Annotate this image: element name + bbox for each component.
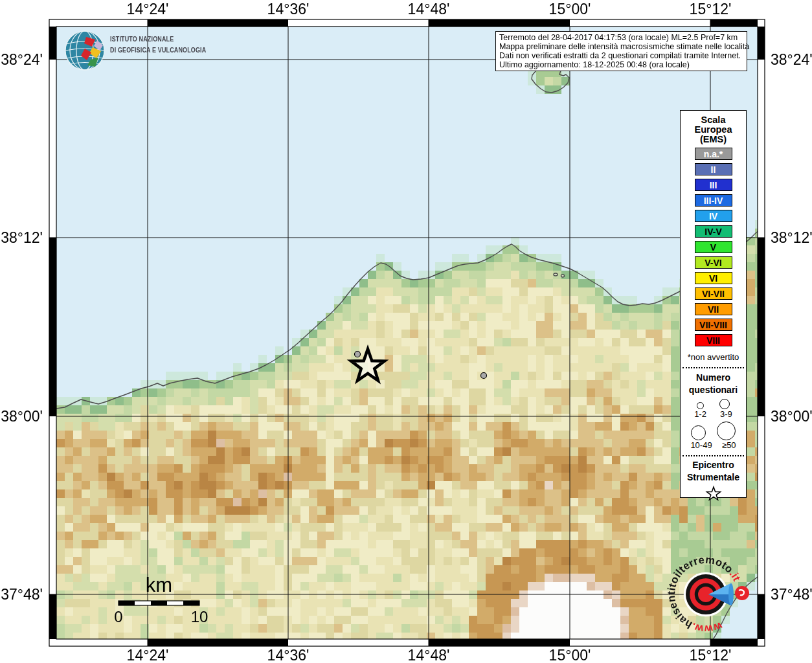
info-line-data-source: Dati non verificati estratti da 2 questi… bbox=[499, 51, 743, 60]
lon-label-bottom-1: 14°36' bbox=[267, 647, 310, 663]
questionnaire-size-label: 3-9 bbox=[720, 409, 732, 419]
legend-swatch-VI: VI bbox=[695, 272, 732, 284]
lon-label-top-0: 14°24' bbox=[127, 1, 169, 18]
lat-label-left-1: 38°12' bbox=[1, 229, 43, 247]
legend-title-line2: Europea bbox=[681, 125, 746, 135]
questionnaire-circles-row2 bbox=[681, 421, 746, 440]
legend-separator-1 bbox=[682, 367, 744, 368]
legend-title-line1: Scala bbox=[681, 115, 746, 125]
questionnaire-circle-3-9 bbox=[719, 399, 730, 409]
legend-swatch-II: II bbox=[695, 163, 732, 175]
legend-swatch-VIII: VIII bbox=[695, 334, 732, 346]
legend-swatch-III-IV: III-IV bbox=[695, 194, 732, 207]
info-line-update: Ultimo aggiornamento: 18-12-2025 00:48 (… bbox=[499, 60, 743, 69]
questionnaire-circle-≥50 bbox=[717, 421, 736, 440]
questionnaire-circle-1-2 bbox=[697, 402, 704, 409]
lat-label-right-3: 37°48' bbox=[771, 586, 812, 603]
legend-swatch-III: III bbox=[695, 179, 732, 191]
ems-scale-legend: Scala Europea (EMS) n.a.*IIIIIIII-IVIVIV… bbox=[680, 110, 747, 498]
seismic-intensity-map-page: www.haisentitoilterremoto.it 14°24'14°24… bbox=[0, 0, 812, 663]
info-line-map-desc: Mappa preliminare delle intensità macros… bbox=[499, 42, 743, 51]
earthquake-info-box: Terremoto del 28-04-2017 04:17:53 (ora l… bbox=[495, 31, 747, 71]
questionnaire-labels-row2: 10-49≥50 bbox=[681, 440, 746, 450]
legend-footnote: *non avvertito bbox=[681, 352, 746, 362]
legend-swatch-VII: VII bbox=[695, 303, 732, 315]
questionnaire-title-line1: Numero bbox=[681, 372, 746, 384]
scalebar-end: 10 bbox=[191, 608, 209, 626]
lat-label-left-3: 37°48' bbox=[1, 586, 43, 603]
legend-swatch-V-VI: V-VI bbox=[695, 256, 732, 269]
legend-swatch-VII-VIII: VII-VIII bbox=[695, 319, 732, 331]
questionnaire-title-line2: questionari bbox=[681, 384, 746, 396]
info-line-event: Terremoto del 28-04-2017 04:17:53 (ora l… bbox=[499, 33, 743, 42]
questionnaire-circle-10-49 bbox=[691, 425, 706, 440]
questionnaire-labels-row1: 1-23-9 bbox=[681, 409, 746, 419]
lon-label-bottom-3: 15°00' bbox=[549, 647, 591, 663]
legend-swatch-IV: IV bbox=[695, 210, 732, 222]
lat-label-left-2: 38°00' bbox=[1, 408, 43, 425]
questionnaire-locality-dot bbox=[355, 352, 361, 357]
lon-label-bottom-2: 14°48' bbox=[408, 647, 450, 663]
legend-swatch-V: V bbox=[695, 241, 732, 253]
questionnaire-circles-row1 bbox=[681, 399, 746, 409]
epicenter-star-icon bbox=[705, 484, 723, 502]
scale-bar bbox=[118, 601, 199, 605]
scalebar-unit: km bbox=[146, 574, 172, 597]
lon-label-bottom-0: 14°24' bbox=[127, 647, 169, 663]
lon-label-top-3: 15°00' bbox=[549, 1, 591, 18]
lat-label-right-0: 38°24' bbox=[771, 51, 812, 69]
ingv-title-line2: DI GEOFISICA E VULCANOLOGIA bbox=[110, 46, 206, 54]
legend-swatch-n.a.*: n.a.* bbox=[695, 148, 732, 160]
ingv-globe-logo bbox=[65, 30, 105, 71]
map-frame bbox=[49, 19, 765, 646]
lat-label-left-0: 38°24' bbox=[1, 51, 43, 69]
questionnaire-size-label: 10-49 bbox=[690, 440, 712, 450]
scalebar-start: 0 bbox=[114, 608, 122, 626]
grid-lines bbox=[56, 27, 758, 639]
legend-title-line3: (EMS) bbox=[681, 135, 746, 144]
epicenter-title-line2: Strumentale bbox=[681, 471, 746, 484]
legend-swatch-VI-VII: VI-VII bbox=[695, 287, 732, 300]
epicenter-title-line1: Epicentro bbox=[681, 459, 746, 471]
lat-label-right-1: 38°12' bbox=[771, 229, 812, 247]
legend-swatch-list: n.a.*IIIIIIII-IVIVIV-VVV-VIVIVI-VIIVIIVI… bbox=[681, 148, 746, 346]
lon-label-bottom-4: 15°12' bbox=[690, 647, 732, 663]
questionnaire-size-label: ≥50 bbox=[722, 440, 736, 450]
lon-label-top-1: 14°36' bbox=[267, 1, 310, 18]
questionnaire-size-label: 1-2 bbox=[694, 409, 706, 419]
ingv-title-line1: ISTITUTO NAZIONALE bbox=[110, 35, 174, 43]
questionnaire-locality-dot bbox=[481, 373, 487, 379]
lat-label-right-2: 38°00' bbox=[771, 408, 812, 425]
lon-label-top-4: 15°12' bbox=[690, 1, 732, 18]
legend-separator-2 bbox=[682, 455, 744, 456]
lon-label-top-2: 14°48' bbox=[408, 1, 450, 18]
legend-swatch-IV-V: IV-V bbox=[695, 225, 732, 238]
